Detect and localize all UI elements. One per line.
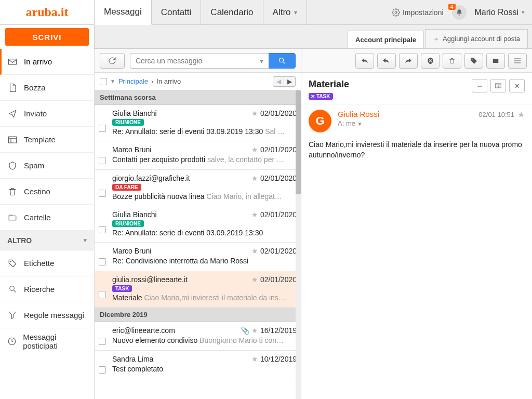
message-from: giorgio.fazzi@grafiche.it xyxy=(112,174,251,182)
other-snoozed[interactable]: Messaggi posticipati xyxy=(0,328,94,354)
star-icon[interactable]: ★ xyxy=(251,109,258,117)
message-row[interactable]: Sandra Lima★10/12/2019Test completato xyxy=(95,351,301,379)
other-searches[interactable]: Ricerche xyxy=(0,276,94,302)
reply-all-button[interactable] xyxy=(377,53,396,69)
star-icon[interactable]: ★ xyxy=(251,275,258,284)
reader-toolbar xyxy=(301,49,532,73)
message-date: 02/01/2020 xyxy=(260,145,297,154)
message-row[interactable]: Giulia Bianchi★02/01/2020RIUNIONERe: Ann… xyxy=(95,206,301,243)
message-subject: Nuovo elemento condiviso xyxy=(112,336,197,344)
forward-button[interactable] xyxy=(399,53,418,69)
reader-window-tools: ↔ ✕ xyxy=(472,79,525,92)
more-button[interactable] xyxy=(508,53,527,69)
folder-sent[interactable]: Inviato xyxy=(0,101,94,127)
top-tab-altro[interactable]: Altro▾ xyxy=(263,0,307,24)
prev-page-button[interactable]: ◀ xyxy=(273,76,284,87)
reply-button[interactable] xyxy=(355,53,374,69)
message-checkbox[interactable] xyxy=(99,366,106,374)
folder-spam[interactable]: Spam xyxy=(0,153,94,179)
toggle-layout-button[interactable]: ↔ xyxy=(472,79,487,92)
next-page-button[interactable]: ▶ xyxy=(284,76,296,87)
message-row[interactable]: giorgio.fazzi@grafiche.it★02/01/2020DA F… xyxy=(95,170,301,206)
star-icon[interactable]: ★ xyxy=(251,145,258,154)
brand-logo[interactable]: aruba.it xyxy=(0,0,95,24)
message-list-pane: ▾ ▼ Principale › In arrivo ◀ ▶ Settimana… xyxy=(95,49,301,399)
select-menu[interactable]: ▼ xyxy=(110,78,115,84)
sender-name[interactable]: Giulia Rossi xyxy=(338,110,472,118)
star-icon[interactable]: ★ xyxy=(251,247,258,255)
svg-rect-1 xyxy=(9,59,17,64)
scrollbar-thumb[interactable] xyxy=(296,90,301,194)
message-tag: RIUNIONE xyxy=(112,220,144,227)
message-checkbox[interactable] xyxy=(99,190,106,197)
tag-button[interactable] xyxy=(464,53,483,69)
svg-point-7 xyxy=(472,58,473,59)
message-checkbox[interactable] xyxy=(99,291,106,298)
draft-icon xyxy=(7,83,18,92)
message-row[interactable]: Giulia Bianchi★02/01/2020RIUNIONERe: Ann… xyxy=(95,105,301,141)
folder-folders[interactable]: Cartelle xyxy=(0,205,94,231)
other-rules[interactable]: Regole messaggi xyxy=(0,302,94,328)
close-reader-button[interactable]: ✕ xyxy=(509,79,525,92)
delete-button[interactable] xyxy=(443,53,461,69)
add-account-button[interactable]: ＋Aggiungi account di posta xyxy=(425,29,528,48)
folder-trash[interactable]: Cestino xyxy=(0,179,94,205)
message-row[interactable]: eric@lineearte.com📎★16/12/2019Nuovo elem… xyxy=(95,322,301,351)
message-list: Settimana scorsaGiulia Bianchi★02/01/202… xyxy=(95,90,301,399)
select-all-checkbox[interactable] xyxy=(100,78,107,85)
star-icon[interactable]: ★ xyxy=(251,174,258,182)
notification-badge: 4 xyxy=(448,3,456,10)
date-header: Settimana scorsa xyxy=(95,90,301,105)
refresh-button[interactable] xyxy=(100,53,125,69)
message-date: 02/01/2020 xyxy=(260,275,297,284)
star-icon[interactable]: ★ xyxy=(251,326,258,335)
other-labels[interactable]: Etichette xyxy=(0,250,94,276)
settings-link[interactable]: Impostazioni xyxy=(392,8,444,17)
user-menu[interactable]: Mario Rossi ▾ xyxy=(475,8,525,17)
message-checkbox[interactable] xyxy=(99,226,106,233)
svg-point-0 xyxy=(395,11,397,14)
star-icon[interactable]: ★ xyxy=(517,110,525,119)
move-button[interactable] xyxy=(486,53,505,69)
message-date: 16/12/2019 xyxy=(260,326,297,335)
breadcrumb-root[interactable]: Principale xyxy=(118,77,148,85)
folder-template[interactable]: Template xyxy=(0,127,94,153)
svg-point-6 xyxy=(280,58,284,62)
top-tab-messaggi[interactable]: Messaggi xyxy=(95,0,152,25)
message-checkbox[interactable] xyxy=(99,125,106,132)
folder-inbox[interactable]: In arrivo xyxy=(0,49,94,75)
message-tag: DA FARE xyxy=(112,184,141,191)
add-account-label: Aggiungi account di posta xyxy=(443,35,520,43)
message-row[interactable]: giulia.rossi@lineearte.it★02/01/2020TASK… xyxy=(95,271,301,308)
popout-button[interactable] xyxy=(490,79,506,92)
other-label: Ricerche xyxy=(24,285,55,294)
svg-point-4 xyxy=(9,286,14,291)
template-icon xyxy=(7,136,18,144)
account-tab-main[interactable]: Account principale xyxy=(348,31,424,48)
compose-button[interactable]: SCRIVI xyxy=(5,28,89,46)
reader-subject: Materiale xyxy=(309,79,468,90)
breadcrumb: ▼ Principale › In arrivo ◀ ▶ xyxy=(95,73,301,90)
message-checkbox[interactable] xyxy=(99,258,106,265)
folder-draft[interactable]: Bozza xyxy=(0,75,94,101)
top-tab-calendario[interactable]: Calendario xyxy=(201,0,263,24)
section-other[interactable]: ALTRO▾ xyxy=(0,231,94,250)
search-input[interactable] xyxy=(130,53,254,69)
message-checkbox[interactable] xyxy=(99,157,106,164)
top-tab-contatti[interactable]: Contatti xyxy=(152,0,202,24)
row-2: SCRIVI Account principale ＋Aggiungi acco… xyxy=(0,25,532,49)
message-checkbox[interactable] xyxy=(99,338,106,345)
other-label: Regole messaggi xyxy=(24,311,84,320)
search-dropdown[interactable]: ▾ xyxy=(254,53,269,69)
spam-button[interactable] xyxy=(421,53,440,69)
star-icon[interactable]: ★ xyxy=(251,355,258,363)
message-row[interactable]: Marco Bruni★02/01/2020Contatti per acqui… xyxy=(95,141,301,170)
inbox-icon xyxy=(7,58,18,65)
message-from: Marco Bruni xyxy=(112,247,251,255)
message-row[interactable]: Marco Bruni★02/01/2020Re: Condivisione i… xyxy=(95,243,301,271)
notifications-button[interactable]: 4 xyxy=(452,5,467,20)
recipient-line[interactable]: A: me ▼ xyxy=(338,119,472,127)
search-button[interactable] xyxy=(269,53,296,69)
other-label: Messaggi posticipati xyxy=(23,332,87,350)
star-icon[interactable]: ★ xyxy=(251,210,258,219)
